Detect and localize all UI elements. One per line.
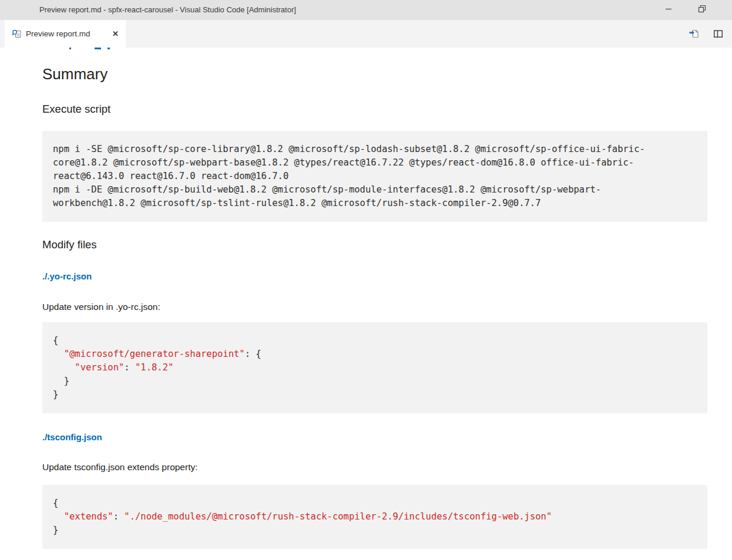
split-editor-icon: [713, 28, 724, 39]
heading-modify-files: Modify files: [42, 238, 707, 251]
editor-actions: [689, 20, 724, 48]
window-title: Preview report.md - spfx-react-carousel …: [39, 0, 296, 20]
tab-preview-report[interactable]: Preview report.md ✕: [5, 20, 126, 48]
show-source-button[interactable]: [689, 28, 700, 39]
clipped-link-fragment: [95, 48, 101, 49]
split-editor-button[interactable]: [713, 28, 724, 39]
minimize-button[interactable]: [655, 0, 682, 20]
show-source-icon: [689, 28, 700, 39]
clipped-link-remnant[interactable]: [42, 48, 707, 51]
paragraph-update-tsconfig: Update tsconfig.json extends property:: [42, 461, 707, 473]
restore-button[interactable]: [689, 0, 716, 20]
code-block-yorc-json: { "@microsoft/generator-sharepoint": { "…: [42, 322, 707, 413]
tab-label: Preview report.md: [26, 29, 90, 38]
paragraph-update-yorc: Update version in .yo-rc.json:: [42, 301, 707, 312]
minimize-icon: [664, 4, 673, 16]
tab-close-icon[interactable]: ✕: [111, 29, 120, 39]
heading-execute-script: Execute script: [42, 103, 707, 116]
tabbar: Preview report.md ✕: [0, 20, 732, 48]
code-block-npm-install: npm i -SE @microsoft/sp-core-library@1.8…: [42, 131, 707, 222]
link-yo-rc-json[interactable]: ./.yo-rc.json: [42, 271, 707, 282]
link-tsconfig-json[interactable]: ./tsconfig.json: [42, 432, 707, 443]
titlebar: Preview report.md - spfx-react-carousel …: [0, 0, 732, 20]
markdown-preview-icon: [12, 29, 22, 39]
restore-icon: [697, 4, 707, 16]
code-block-tsconfig-json: { "extends": "./node_modules/@microsoft/…: [42, 485, 707, 549]
clipped-link-fragment: [108, 48, 110, 49]
clipped-link-fragment: [69, 48, 71, 49]
markdown-preview[interactable]: Summary Execute script npm i -SE @micros…: [0, 48, 732, 560]
heading-summary: Summary: [42, 65, 707, 83]
